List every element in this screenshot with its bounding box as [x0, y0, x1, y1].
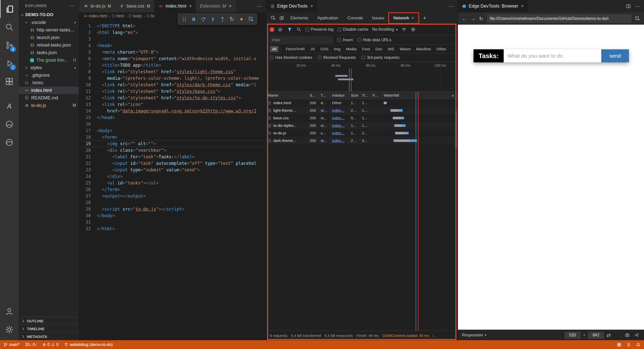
forward-icon[interactable]: →	[470, 16, 476, 21]
close-icon[interactable]: ×	[521, 4, 524, 9]
code-line[interactable]: 12 <link rel="stylesheet" href="styles/t…	[79, 95, 266, 101]
explorer-root-folder[interactable]: DEMO-TO-DO	[19, 11, 79, 19]
inspect-icon[interactable]	[246, 14, 255, 24]
type-filter-js[interactable]: JS	[308, 46, 317, 52]
files-icon[interactable]	[0, 0, 19, 18]
type-filter-wasm[interactable]: Wasm	[398, 46, 413, 52]
tool-tab-console[interactable]: Console	[343, 13, 367, 23]
code-line[interactable]: 26 </form>	[79, 186, 266, 193]
checkbox-invert[interactable]: Invert	[337, 38, 353, 42]
close-icon[interactable]: ×	[412, 16, 414, 20]
edge-devtools-icon[interactable]	[0, 133, 19, 151]
tab-to-do-js[interactable]: JSto-do.jsM	[79, 0, 115, 12]
code-line[interactable]: 25 <ul id="tasks"></ul>	[79, 180, 266, 186]
network-timeline-overview[interactable]: 20 ms40 ms60 ms80 ms100 ms	[266, 62, 458, 92]
checkbox-has-blocked-cookies[interactable]: Has blocked cookies	[270, 55, 312, 60]
code-line[interactable]: 4<head>	[79, 42, 266, 49]
network-request-row-index-html[interactable]: index.html200d...Other1...1...	[266, 99, 458, 107]
screenshot-icon[interactable]	[625, 333, 630, 337]
code-editor[interactable]: 1<!DOCTYPE html>2<html lang="en">34<head…	[79, 20, 266, 340]
extensions-icon[interactable]	[0, 72, 19, 91]
code-line[interactable]: 22 <input id="task" autocomplete="off" t…	[79, 160, 266, 167]
file-item-the-great-thin[interactable]: The great thin...U	[19, 56, 79, 64]
close-icon[interactable]: ×	[229, 4, 232, 9]
remote-status[interactable]: webdebug (demo-to-do)	[64, 342, 113, 347]
tab-index-html[interactable]: <>index.html×	[154, 0, 196, 12]
code-line[interactable]: 14 href="data:image/svg+xml,<svg xmlns=%…	[79, 108, 266, 114]
file-item-hintrc[interactable]: {}.hintrc	[19, 79, 79, 87]
code-line[interactable]: 9 media="(prefers-color-scheme: light), …	[79, 75, 266, 82]
checkbox-disable-cache[interactable]: Disable cache	[337, 27, 368, 32]
scrollbar-thumb[interactable]	[455, 111, 457, 148]
tool-tab-application[interactable]: Application	[313, 13, 343, 23]
network-request-row-dark-theme[interactable]: dark-theme...200st...index...2...3...	[266, 137, 458, 144]
folder-item-styles[interactable]: styles●	[19, 64, 79, 71]
search-icon[interactable]	[296, 27, 301, 32]
code-line[interactable]: 11 <link rel="stylesheet" href="styles/b…	[79, 88, 266, 95]
tool-tab-issues[interactable]: Issues	[367, 13, 389, 23]
settings-gear-icon[interactable]	[0, 321, 19, 339]
viewport-height-input[interactable]	[588, 332, 604, 339]
rotate-icon[interactable]: ⇄	[607, 333, 611, 337]
file-item-tasks-json[interactable]: {}tasks.json	[19, 49, 79, 56]
type-filter-all[interactable]: All	[270, 46, 279, 52]
tab-base-css[interactable]: #base.cssM	[115, 0, 154, 12]
type-filter-ws[interactable]: WS	[386, 46, 397, 52]
network-filter-input[interactable]	[270, 37, 333, 43]
code-line[interactable]: 21 <label for="task">Tasks:</label>	[79, 153, 266, 160]
network-request-row-to-do-styles[interactable]: to-do-styles...200st...index...1...1...	[266, 122, 458, 129]
network-request-row-light-theme[interactable]: light-theme...200st...index...2...1...	[266, 107, 458, 114]
code-line[interactable]: 20 <div class="searchbar">	[79, 147, 266, 153]
url-input[interactable]	[487, 14, 631, 23]
add-tool-icon[interactable]: +	[420, 15, 429, 21]
stop-icon[interactable]: ■	[237, 14, 246, 24]
section-metadata[interactable]: METADATA	[19, 332, 79, 340]
type-filter-font[interactable]: Font	[360, 46, 372, 52]
step-over-icon[interactable]	[199, 14, 208, 24]
run-debug-icon[interactable]: 1	[0, 54, 19, 72]
code-line[interactable]: 31	[79, 219, 266, 225]
code-line[interactable]: 16	[79, 121, 266, 127]
sync-status[interactable]: 20↓ 0↑	[25, 342, 37, 347]
type-filter-other[interactable]: Other	[434, 46, 449, 52]
close-icon[interactable]: ×	[310, 4, 313, 9]
feedback-icon[interactable]	[626, 342, 631, 347]
device-emulation-icon[interactable]	[277, 14, 286, 22]
column-header-initiator[interactable]: Initiator	[330, 92, 349, 99]
reload-icon[interactable]: ↻	[479, 16, 483, 21]
azure-icon[interactable]: A	[0, 97, 19, 115]
restart-icon[interactable]: ↻	[227, 14, 236, 24]
code-line[interactable]: 23 <input type="submit" value="send">	[79, 167, 266, 173]
filter-icon[interactable]	[287, 27, 292, 32]
code-line[interactable]: 7 <title>TODO app</title>	[79, 62, 266, 68]
layout-icon[interactable]	[617, 342, 621, 347]
inspect-element-icon[interactable]	[269, 14, 277, 22]
section-outline[interactable]: OUTLINE	[19, 317, 79, 325]
type-filter-manifest[interactable]: Manifest	[414, 46, 433, 52]
breadcrumb-item-body[interactable]: body	[129, 14, 142, 18]
breadcrumb-item-html[interactable]: html	[112, 14, 124, 18]
initiator-cell[interactable]: index...	[330, 129, 349, 137]
tab-edge-browser[interactable]: Edge DevTools: Browser ×	[458, 0, 528, 12]
initiator-cell[interactable]: index...	[330, 114, 349, 122]
code-line[interactable]: 5 <meta charset="UTF-8">	[79, 49, 266, 55]
type-filter-fetch-xhr[interactable]: Fetch/XHR	[283, 46, 307, 52]
pause-icon[interactable]	[189, 14, 198, 24]
clear-icon[interactable]: ⊘	[278, 27, 283, 32]
back-icon[interactable]: ←	[462, 16, 467, 21]
task-input[interactable]	[504, 49, 601, 62]
initiator-cell[interactable]: index...	[330, 107, 349, 114]
code-line[interactable]: 27 <output></output>	[79, 193, 266, 199]
record-icon[interactable]	[270, 27, 274, 32]
column-header-name[interactable]: Name	[266, 92, 308, 99]
code-line[interactable]: 19 <img src="" alt="">	[79, 140, 266, 147]
code-line[interactable]: 24 </div>	[79, 173, 266, 180]
grip-icon[interactable]	[180, 14, 189, 24]
problems-status[interactable]: ⊘ 0 ⚠ 0	[42, 342, 59, 347]
code-line[interactable]: 29 <script src="to-do.js"></script>	[79, 206, 266, 212]
account-icon[interactable]	[0, 302, 19, 321]
type-filter-doc[interactable]: Doc	[373, 46, 385, 52]
code-line[interactable]: 6 <meta name="viewport" content="width=d…	[79, 55, 266, 62]
network-request-row-to-do-js[interactable]: to-do.js200s...index...1...2...	[266, 129, 458, 137]
step-into-icon[interactable]	[208, 14, 217, 24]
